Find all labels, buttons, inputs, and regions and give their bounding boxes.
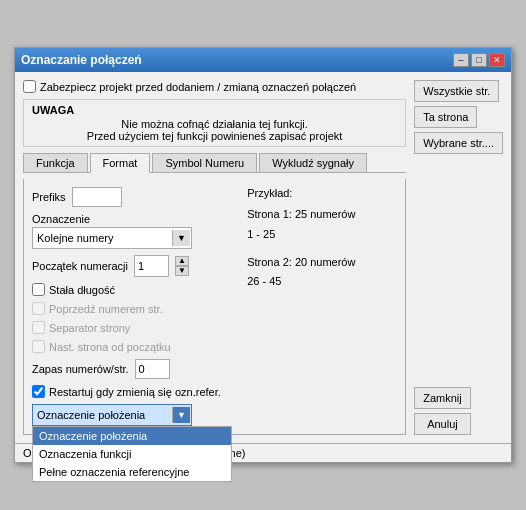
preview-content: Strona 1: 25 numerów 1 - 25 Strona 2: 20…	[247, 205, 397, 292]
restart-checkbox[interactable]	[32, 385, 45, 398]
preview-range2: 26 - 45	[247, 272, 397, 292]
selected-pages-button[interactable]: Wybrane str....	[414, 132, 503, 154]
nast-strona-checkbox[interactable]	[32, 340, 45, 353]
tab-symbol-numeru[interactable]: Symbol Numeru	[152, 153, 257, 172]
preview-range1: 1 - 25	[247, 225, 397, 245]
main-area: Zabezpiecz projekt przed dodaniem / zmia…	[23, 80, 406, 435]
dropdown-current-value: Oznaczenie położenia	[37, 409, 145, 421]
nast-strona-row: Nast. strona od początku	[32, 340, 237, 353]
poczatek-up[interactable]: ▲	[175, 256, 189, 266]
title-bar: Oznaczanie połączeń – □ ✕	[15, 48, 511, 72]
tab-content: Prefiks Oznaczenie Kolejne numery ▼	[23, 179, 406, 435]
action-buttons-side: Zamknij Anuluj	[414, 387, 471, 435]
dropdown-item-0[interactable]: Oznaczenie położenia	[33, 427, 231, 445]
this-page-button[interactable]: Ta strona	[414, 106, 477, 128]
preview-strona1: Strona 1: 25 numerów	[247, 205, 397, 225]
all-pages-button[interactable]: Wszystkie str.	[414, 80, 499, 102]
oznaczenie-group: Oznaczenie Kolejne numery ▼	[32, 213, 237, 249]
left-form: Prefiks Oznaczenie Kolejne numery ▼	[32, 187, 237, 426]
prefix-label: Prefiks	[32, 191, 66, 203]
close-button[interactable]: ✕	[489, 53, 505, 67]
stala-checkbox[interactable]	[32, 283, 45, 296]
poczatek-row: Początek numeracji ▲ ▼	[32, 255, 237, 277]
dropdown-list: Oznaczenie położenia Oznaczenia funkcji …	[32, 426, 232, 482]
top-section: Zabezpiecz projekt przed dodaniem / zmia…	[23, 80, 503, 435]
oznaczenie-label: Oznaczenie	[32, 213, 237, 225]
uwaga-line2: Przed użyciem tej funkcji powinieneś zap…	[32, 130, 397, 142]
uwaga-line1: Nie można cofnąć działania tej funkcji.	[32, 118, 397, 130]
tab-wykludz-sygnaly[interactable]: Wykludź sygnały	[259, 153, 367, 172]
separator-label: Separator strony	[49, 322, 130, 334]
uwaga-box: UWAGA Nie można cofnąć działania tej fun…	[23, 99, 406, 147]
preview-strona2: Strona 2: 20 numerów	[247, 253, 397, 273]
restart-label: Restartuj gdy zmienią się ozn.refer.	[49, 386, 221, 398]
dropdown-selected[interactable]: Oznaczenie położenia	[32, 404, 192, 426]
restart-row: Restartuj gdy zmienią się ozn.refer.	[32, 385, 237, 398]
side-buttons: Wszystkie str. Ta strona Wybrane str....…	[414, 80, 503, 435]
poprzedz-checkbox[interactable]	[32, 302, 45, 315]
window-body: Zabezpiecz projekt przed dodaniem / zmia…	[15, 72, 511, 443]
tabs: Funkcja Format Symbol Numeru Wykludź syg…	[23, 153, 406, 173]
right-preview: Przykład: Strona 1: 25 numerów 1 - 25 St…	[247, 187, 397, 426]
poprzedz-label: Poprzedź numerem str.	[49, 303, 163, 315]
protect-checkbox[interactable]	[23, 80, 36, 93]
oznaczenie-select-wrapper: Kolejne numery ▼	[32, 227, 192, 249]
stala-row: Stała długość	[32, 283, 237, 296]
protect-checkbox-row: Zabezpiecz projekt przed dodaniem / zmia…	[23, 80, 406, 93]
stala-label: Stała długość	[49, 284, 115, 296]
tab-format[interactable]: Format	[90, 153, 151, 173]
poczatek-spin-buttons: ▲ ▼	[175, 256, 189, 276]
zapas-row: Zapas numerów/str.	[32, 359, 237, 379]
dropdown-container: Oznaczenie położenia ▼ Oznaczenie położe…	[32, 404, 237, 426]
minimize-button[interactable]: –	[453, 53, 469, 67]
oznaczenie-select[interactable]: Kolejne numery	[32, 227, 192, 249]
poczatek-down[interactable]: ▼	[175, 266, 189, 276]
separator-row: Separator strony	[32, 321, 237, 334]
poczatek-label: Początek numeracji	[32, 260, 128, 272]
preview-title: Przykład:	[247, 187, 397, 199]
title-bar-buttons: – □ ✕	[453, 53, 505, 67]
maximize-button[interactable]: □	[471, 53, 487, 67]
poczatek-input[interactable]	[134, 255, 169, 277]
zamknij-button[interactable]: Zamknij	[414, 387, 471, 409]
window-title: Oznaczanie połączeń	[21, 53, 142, 67]
nast-strona-label: Nast. strona od początku	[49, 341, 171, 353]
prefix-row: Prefiks	[32, 187, 237, 207]
poprzedz-row: Poprzedź numerem str.	[32, 302, 237, 315]
uwaga-title: UWAGA	[32, 104, 397, 116]
tab-funkcja[interactable]: Funkcja	[23, 153, 88, 172]
zapas-label: Zapas numerów/str.	[32, 363, 129, 375]
dropdown-item-1[interactable]: Oznaczenia funkcji	[33, 445, 231, 463]
protect-label: Zabezpiecz projekt przed dodaniem / zmia…	[40, 81, 356, 93]
dropdown-item-2[interactable]: Pełne oznaczenia referencyjne	[33, 463, 231, 481]
main-window: Oznaczanie połączeń – □ ✕ Zabezpiecz pro…	[14, 47, 512, 463]
zapas-input[interactable]	[135, 359, 170, 379]
dropdown-select-wrapper: Oznaczenie położenia ▼	[32, 404, 192, 426]
anuluj-button[interactable]: Anuluj	[414, 413, 471, 435]
separator-checkbox[interactable]	[32, 321, 45, 334]
prefix-input[interactable]	[72, 187, 122, 207]
